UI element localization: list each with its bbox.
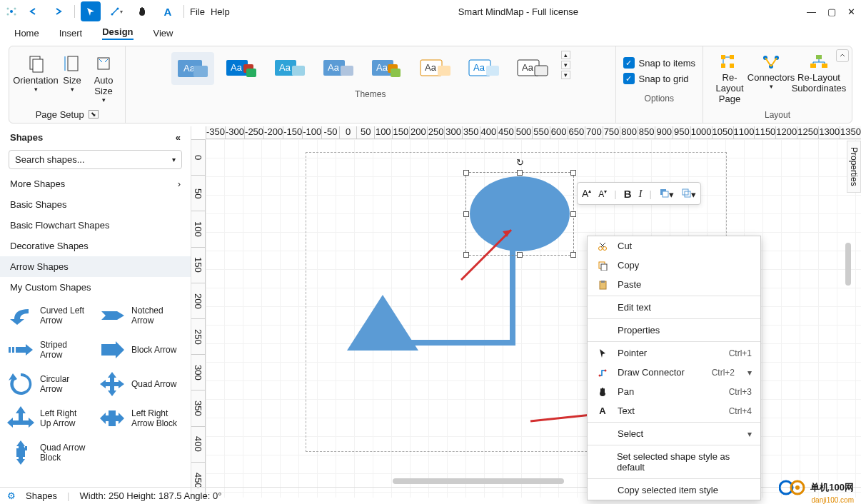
ctx-pan[interactable]: PanCtrl+3: [588, 382, 760, 401]
pan-tool[interactable]: [132, 1, 152, 21]
svg-point-1: [7, 8, 9, 10]
shape-quad-block[interactable]: Quad Arrow Block: [6, 438, 91, 468]
shape-curved-left[interactable]: Curved Left Arrow: [6, 301, 91, 331]
group-dropdown[interactable]: ▾: [681, 188, 696, 200]
svg-rect-25: [341, 66, 353, 76]
minimize-button[interactable]: —: [807, 6, 816, 17]
svg-rect-15: [193, 66, 208, 77]
ribbon-collapse[interactable]: [836, 49, 849, 62]
ctx-copy-selected-item-style[interactable]: Copy selected item style: [588, 480, 760, 500]
theme-more[interactable]: ▾: [561, 71, 570, 79]
font-shrink[interactable]: A▾: [598, 188, 607, 199]
orientation-button[interactable]: Orientation▾: [16, 51, 55, 96]
ctx-draw-connector[interactable]: Draw ConnectorCtrl+2▾: [588, 363, 760, 382]
theme-up[interactable]: ▴: [561, 51, 570, 59]
rotate-handle[interactable]: ↻: [516, 157, 524, 168]
context-menu: CutCopyPasteEdit textPropertiesPointerCt…: [587, 236, 761, 500]
tab-view[interactable]: View: [153, 28, 173, 39]
connector-tool[interactable]: ▾: [106, 1, 126, 21]
properties-tab[interactable]: Properties: [847, 141, 861, 193]
svg-point-4: [14, 14, 16, 16]
text-tool[interactable]: A: [158, 1, 178, 21]
shape-circular[interactable]: Circular Arrow: [6, 369, 91, 399]
svg-rect-35: [486, 66, 499, 76]
svg-rect-51: [810, 64, 816, 68]
theme-down[interactable]: ▾: [561, 61, 570, 69]
ctx-text[interactable]: ATextCtrl+4: [588, 401, 760, 420]
svg-rect-65: [683, 189, 688, 195]
svg-text:Aa: Aa: [425, 62, 437, 73]
format-toolbar: A▴ A▾ | B I | ▾ ▾: [577, 182, 701, 205]
search-shapes[interactable]: Search shapes...▾: [9, 150, 182, 169]
shape-lr-block[interactable]: Left Right Arrow Block: [97, 403, 183, 433]
tab-home[interactable]: Home: [14, 28, 39, 39]
svg-rect-39: [721, 55, 725, 59]
close-button[interactable]: ✕: [847, 6, 855, 17]
options-label: Options: [645, 92, 674, 105]
tab-design[interactable]: Design: [102, 26, 133, 40]
maximize-button[interactable]: ▢: [827, 6, 836, 17]
size-button[interactable]: Size▾: [58, 51, 86, 96]
svg-line-49: [771, 58, 777, 66]
status-gear-icon[interactable]: ⚙: [7, 490, 16, 501]
cat-flowchart[interactable]: Basic Flowchart Shapes: [0, 215, 191, 236]
selection-handles[interactable]: ↻: [465, 172, 574, 256]
ctx-properties[interactable]: Properties: [588, 321, 760, 340]
shape-block[interactable]: Block Arrow: [97, 335, 183, 365]
collapse-shapes[interactable]: «: [176, 132, 181, 143]
status-shapes: Shapes: [26, 490, 57, 501]
pointer-tool[interactable]: [81, 1, 101, 21]
shape-striped[interactable]: Striped Arrow: [6, 335, 91, 365]
svg-rect-19: [246, 69, 256, 77]
tab-insert[interactable]: Insert: [59, 28, 83, 39]
undo-button[interactable]: [23, 1, 43, 21]
ctx-pointer[interactable]: PointerCtrl+1: [588, 343, 760, 363]
cat-more-shapes[interactable]: More Shapes›: [0, 173, 191, 194]
snap-to-grid[interactable]: ✓Snap to grid: [623, 73, 696, 84]
svg-point-75: [599, 374, 601, 376]
cat-custom[interactable]: My Custom Shapes: [0, 277, 191, 298]
themes-gallery[interactable]: Aa Aa Aa Aa Aa Aa Aa Aa ▴▾▾: [170, 51, 570, 86]
shape-lru[interactable]: Left Right Up Arrow: [6, 403, 91, 433]
connector-line[interactable]: [391, 250, 520, 346]
svg-text:Aa: Aa: [328, 62, 340, 73]
page-setup-label: Page Setup: [36, 109, 84, 120]
fill-dropdown[interactable]: ▾: [659, 188, 674, 200]
auto-size-button[interactable]: Auto Size▾: [89, 51, 118, 106]
svg-point-2: [14, 8, 16, 10]
scrollbar-vertical[interactable]: [845, 243, 851, 286]
ctx-copy[interactable]: Copy: [588, 256, 760, 275]
svg-rect-9: [33, 59, 43, 72]
snap-to-items[interactable]: ✓Snap to items: [623, 57, 696, 69]
cat-decorative[interactable]: Decorative Shapes: [0, 236, 191, 256]
svg-point-68: [603, 246, 607, 250]
redo-button[interactable]: [49, 1, 69, 21]
cat-basic-shapes[interactable]: Basic Shapes: [0, 194, 191, 215]
svg-text:Aa: Aa: [376, 62, 388, 73]
svg-rect-22: [292, 66, 305, 76]
ctx-cut[interactable]: Cut: [588, 236, 760, 256]
file-menu[interactable]: File: [190, 6, 205, 17]
ctx-edit-text[interactable]: Edit text: [588, 298, 760, 317]
relayout-page[interactable]: Re-Layout Page: [710, 51, 749, 107]
help-menu[interactable]: Help: [211, 6, 230, 17]
page-setup-dialog[interactable]: ⬊: [89, 110, 99, 119]
cat-arrow-shapes[interactable]: Arrow Shapes: [0, 256, 191, 277]
svg-rect-58: [12, 347, 14, 353]
status-info: Width: 250 Height: 187.5 Angle: 0°: [79, 490, 221, 501]
font-grow[interactable]: A▴: [582, 188, 591, 199]
layout-label: Layout: [765, 109, 790, 121]
shape-quad[interactable]: Quad Arrow: [97, 369, 183, 399]
ctx-select[interactable]: Select▾: [588, 424, 760, 443]
scrollbar-horizontal[interactable]: [393, 478, 564, 484]
ctx-set-selected-shape-style-as-default[interactable]: Set selected shape style as default: [588, 447, 760, 477]
svg-line-5: [112, 9, 118, 14]
ctx-paste[interactable]: Paste: [588, 275, 760, 294]
svg-point-0: [10, 10, 13, 13]
svg-text:Aa: Aa: [473, 62, 485, 73]
titlebar: ▾ A File Help Smart MindMap - Full licen…: [0, 0, 861, 23]
connectors-button[interactable]: Connectors▾: [752, 51, 790, 93]
italic-button[interactable]: I: [639, 188, 643, 200]
bold-button[interactable]: B: [624, 188, 632, 200]
shape-notched[interactable]: Notched Arrow: [97, 301, 183, 331]
